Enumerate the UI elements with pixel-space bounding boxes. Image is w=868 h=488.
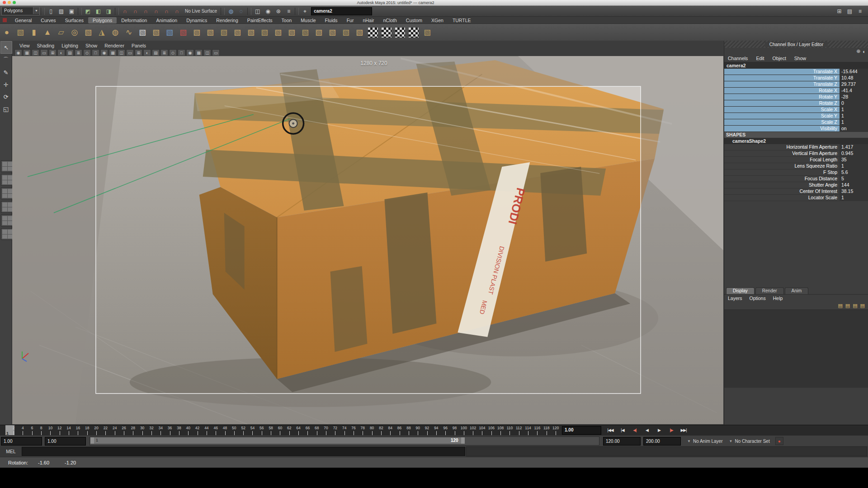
playback-end-field[interactable]: 120.00 <box>603 437 641 446</box>
persp-uv-layout-button[interactable] <box>1 228 14 240</box>
film-gate-icon[interactable]: ◇ <box>83 49 91 56</box>
shaded-mode-icon[interactable]: ◐ <box>143 49 151 56</box>
checker-map-4-icon[interactable] <box>409 28 419 38</box>
menu-surfaces[interactable]: Surfaces <box>61 17 88 23</box>
attribute-row[interactable]: Focal Length35 <box>724 157 868 163</box>
poly-helix-icon[interactable]: ∿ <box>123 26 135 39</box>
menu-ncloth[interactable]: nCloth <box>378 17 401 23</box>
range-end-handle[interactable] <box>461 437 465 444</box>
move-axis-icon[interactable]: ⊕ <box>856 48 860 54</box>
new-empty-layer-icon[interactable]: ▤ <box>853 303 857 309</box>
poly-soccer-ball-icon[interactable]: ▧ <box>136 26 149 39</box>
attribute-value-field[interactable]: 0.945 <box>840 150 868 156</box>
move-tool[interactable]: ✛ <box>0 79 11 90</box>
extract-icon[interactable]: ▧ <box>231 26 244 39</box>
new-scene-icon[interactable]: ▯ <box>46 7 56 16</box>
paint-effects-mesh-icon[interactable]: ▧ <box>177 26 189 39</box>
attribute-value-field[interactable]: 1 <box>840 119 868 125</box>
menu-fluids[interactable]: Fluids <box>321 17 342 23</box>
save-scene-icon[interactable]: ▣ <box>67 7 76 16</box>
poly-torus-icon[interactable]: ◎ <box>68 26 81 39</box>
construction-history-off-icon[interactable]: ◌ <box>236 7 246 16</box>
attribute-value-field[interactable]: 38.15 <box>840 188 868 194</box>
uv-snapshot-icon[interactable]: ▧ <box>421 26 434 39</box>
attribute-row[interactable]: Rotate X-41.4 <box>724 88 868 94</box>
attribute-value-field[interactable]: 144 <box>840 182 868 188</box>
layer-menu-layers[interactable]: Layers <box>728 296 742 301</box>
scale-tool[interactable]: ◱ <box>0 103 11 115</box>
channel-box-header[interactable]: Channel Box / Layer Editor <box>724 41 868 48</box>
menu-turtle[interactable]: TURTLE <box>448 17 476 23</box>
speed-control-icon[interactable]: ◐ <box>863 49 866 54</box>
layer-tab-render[interactable]: Render <box>755 287 784 294</box>
command-line-language-toggle[interactable]: MEL <box>0 449 22 454</box>
attribute-value-field[interactable]: 0 <box>840 100 868 106</box>
go-to-start-button[interactable]: |◀◀ <box>605 426 616 434</box>
poly-pyramid-icon[interactable]: ◮ <box>95 26 108 39</box>
use-all-lights-icon[interactable]: ≣ <box>160 49 168 56</box>
wireframe-mode-icon[interactable]: ⊞ <box>135 49 142 56</box>
menu-deformation[interactable]: Deformation <box>117 17 151 23</box>
camera-attributes-icon[interactable]: ◫ <box>32 49 39 56</box>
menu-set-selector[interactable]: Polygons ▼ <box>1 7 40 15</box>
panel-menu-view[interactable]: View <box>16 43 33 48</box>
camera-name-field[interactable]: camera2 <box>311 7 372 15</box>
move-layer-down-icon[interactable]: ▤ <box>845 303 850 309</box>
menu-rendering[interactable]: Rendering <box>212 17 242 23</box>
poly-plane-icon[interactable]: ▱ <box>55 26 67 39</box>
attribute-value-field[interactable]: on <box>840 126 868 131</box>
attribute-value-field[interactable]: 5.6 <box>840 169 868 175</box>
attribute-value-field[interactable]: 1 <box>840 195 868 201</box>
channel-box-menu-edit[interactable]: Edit <box>756 56 764 61</box>
smooth-icon[interactable]: ▧ <box>258 26 271 39</box>
extrude-icon[interactable]: ▧ <box>312 26 325 39</box>
menu-animation[interactable]: Animation <box>151 17 182 23</box>
range-slider-bar[interactable]: 1 120 <box>90 437 465 444</box>
menu-painteffects[interactable]: PaintEffects <box>243 17 277 23</box>
snap-to-curve-icon[interactable]: ∩ <box>131 7 140 16</box>
menu-general[interactable]: General <box>10 17 36 23</box>
screen-space-ao-icon[interactable]: □ <box>178 49 185 56</box>
poly-pipe-icon[interactable]: ◍ <box>109 26 122 39</box>
field-chart-icon[interactable]: ▦ <box>109 49 117 56</box>
attribute-editor-toggle-icon[interactable]: ⊞ <box>835 7 844 16</box>
move-layer-up-icon[interactable]: ▤ <box>838 303 842 309</box>
layer-tab-anim[interactable]: Anim <box>785 287 809 294</box>
attribute-row[interactable]: Rotate Y-28 <box>724 94 868 100</box>
attribute-value-field[interactable]: 1 <box>840 113 868 119</box>
attribute-row[interactable]: Translate X-15.644 <box>724 69 868 75</box>
attribute-row[interactable]: Translate Y10.48 <box>724 75 868 81</box>
timeline-ruler[interactable]: 1 24681012141618202224262830323436384042… <box>5 425 560 436</box>
attribute-row[interactable]: Lens Squeeze Ratio1 <box>724 163 868 169</box>
animation-start-field[interactable]: 1.00 <box>45 437 86 446</box>
render-current-frame-icon[interactable]: ◉ <box>263 7 273 16</box>
single-pane-layout-button[interactable] <box>1 160 14 172</box>
menu-xgen[interactable]: XGen <box>427 17 448 23</box>
persp-outliner-layout-button[interactable] <box>1 188 14 199</box>
layer-menu-options[interactable]: Options <box>750 296 766 301</box>
menu-dynamics[interactable]: Dynamics <box>182 17 212 23</box>
resolution-gate-icon[interactable]: □ <box>92 49 99 56</box>
safe-title-icon[interactable]: ▭ <box>126 49 134 56</box>
attribute-row[interactable]: Scale Z1 <box>724 119 868 126</box>
select-by-component-type-icon[interactable]: ◨ <box>104 7 113 16</box>
range-slider-track[interactable]: 1 120 <box>90 436 599 446</box>
ipr-render-icon[interactable]: ⊛ <box>274 7 283 16</box>
panel-menu-shading[interactable]: Shading <box>33 43 58 48</box>
rotate-tool[interactable]: ⟳ <box>0 91 11 103</box>
menu-custom[interactable]: Custom <box>401 17 427 23</box>
attribute-row[interactable]: Visibilityon <box>724 126 868 132</box>
split-polygon-icon[interactable]: ▧ <box>299 26 311 39</box>
attribute-value-field[interactable]: 5 <box>840 176 868 182</box>
poly-cube-icon[interactable]: ▧ <box>14 26 27 39</box>
attribute-value-field[interactable]: 1.417 <box>840 144 868 150</box>
viewport-photo[interactable]: PRODI DIVISION PLAST MED <box>12 56 723 425</box>
make-object-live-icon[interactable]: ∩ <box>172 7 182 16</box>
play-forwards-button[interactable]: ▶ <box>654 426 665 434</box>
gate-mask-icon[interactable]: ◉ <box>100 49 108 56</box>
attribute-value-field[interactable]: 29.737 <box>840 81 868 87</box>
step-back-frame-button[interactable]: |◀ <box>617 426 628 434</box>
attribute-row[interactable]: Translate Z29.737 <box>724 81 868 88</box>
isolate-select-icon[interactable]: ◫ <box>203 49 211 56</box>
attribute-row[interactable]: Scale Y1 <box>724 113 868 119</box>
